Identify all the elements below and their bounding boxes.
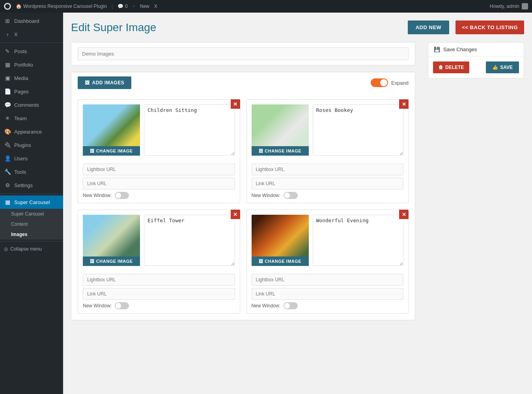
back-to-listing-button[interactable]: << BACK TO LISTING [455,20,524,34]
link-url-1[interactable] [83,178,235,190]
comments-link[interactable]: 💬 0 [118,4,128,9]
change-image-3-icon: 🖼 [90,259,95,264]
sidebar-label-users: Users [14,156,28,162]
super-carousel-icon: ▦ [4,199,11,206]
collapse-menu[interactable]: ◎ Collapse menu [0,243,63,255]
sidebar-item-pages[interactable]: 📄 Pages [0,85,63,98]
name-input[interactable] [78,47,409,60]
add-images-icon: 🖼 [85,80,90,85]
close-topbar[interactable]: X [154,4,157,9]
new-window-1-label: New Window: [83,193,112,198]
sidebar-item-posts[interactable]: ✎ Posts [0,45,63,58]
new-window-2-toggle[interactable] [284,192,298,199]
add-new-button[interactable]: ADD NEW [408,20,450,34]
sidebar: ⊞ Dashboard › X ✎ Posts ▦ Portfolio ▣ Me… [0,13,63,394]
link-url-3[interactable] [83,288,235,300]
new-window-4-toggle[interactable] [284,302,298,309]
new-menu[interactable]: New [140,4,149,9]
image-card-4-fields: New Window: [247,271,409,313]
change-image-2-icon: 🖼 [259,149,263,153]
lightbox-url-1[interactable] [83,164,235,175]
user-menu[interactable]: Howdy, admin [490,3,528,9]
arrow-icon: › [4,31,11,38]
plugins-icon: 🔌 [4,141,11,149]
sidebar-item-tools[interactable]: 🔧 Tools [0,165,63,178]
remove-image-2-button[interactable]: ✕ [399,99,409,109]
sidebar-sub-item-images[interactable]: Images [0,229,63,240]
new-window-2-label: New Window: [252,193,280,198]
sidebar-label-x: X [14,32,18,37]
remove-image-1-button[interactable]: ✕ [231,99,240,109]
sidebar-sub-item-content[interactable]: Content [0,219,63,229]
expand-label: Expand [391,80,409,86]
sidebar-sub-item-carousel[interactable]: Super Carousel [0,209,63,219]
save-panel: 💾 Save Changes 🗑 DELETE 👍 SAVE [422,42,524,78]
remove-image-3-button[interactable]: ✕ [231,210,240,219]
sidebar-label-tools: Tools [14,169,26,175]
sidebar-item-team[interactable]: ✳ Team [0,112,63,125]
sidebar-item-appearance[interactable]: 🎨 Appearance [0,125,63,138]
change-image-4-icon: 🖼 [259,259,263,264]
lightbox-url-4[interactable] [252,274,404,286]
svg-point-0 [4,3,11,9]
remove-image-4-button[interactable]: ✕ [399,210,409,219]
link-url-4[interactable] [252,288,404,300]
wp-logo[interactable] [4,3,11,10]
link-url-2[interactable] [252,178,404,190]
settings-icon: ⚙ [4,182,11,189]
dashboard-icon: ⊞ [4,17,11,24]
image-thumb-3-wrap: 🖼 CHANGE IMAGE [83,215,140,266]
sidebar-label-team: Team [14,115,27,121]
home-icon: 🏠 [16,4,22,9]
page-title: Edit Super Image [71,21,401,34]
sidebar-item-comments[interactable]: 💬 Comments [0,98,63,112]
sidebar-item-settings[interactable]: ⚙ Settings [0,178,63,192]
sidebar-item-portfolio[interactable]: ▦ Portfolio [0,58,63,71]
expand-toggle[interactable] [371,78,388,87]
sidebar-label-plugins: Plugins [14,142,31,148]
sidebar-label-dashboard: Dashboard [14,18,39,24]
sidebar-item-super-carousel[interactable]: ▦ Super Carousel [0,195,63,209]
image-thumb-4-wrap: 🖼 CHANGE IMAGE [252,215,309,266]
sidebar-item-plugins[interactable]: 🔌 Plugins [0,138,63,152]
image-thumb-1-wrap: 🖼 CHANGE IMAGE [83,104,140,156]
change-image-3-button[interactable]: 🖼 CHANGE IMAGE [83,256,140,266]
topbar: 🏠 Wordpress Responsive Carousel Plugin |… [0,0,532,13]
sidebar-item-x[interactable]: › X [0,28,63,41]
lightbox-url-3[interactable] [83,274,235,286]
image-card-2-fields: New Window: [247,160,409,203]
delete-button[interactable]: 🗑 DELETE [433,61,469,73]
change-image-4-button[interactable]: 🖼 CHANGE IMAGE [252,256,309,266]
add-images-button[interactable]: 🖼 ADD IMAGES [78,76,131,89]
page-header: Edit Super Image ADD NEW << BACK TO LIST… [71,20,524,34]
change-image-2-button[interactable]: 🖼 CHANGE IMAGE [252,146,309,156]
image-card-3: ✕ 🖼 CHANGE IMAGE E [78,210,240,314]
sidebar-item-dashboard[interactable]: ⊞ Dashboard [0,14,63,28]
change-image-1-button[interactable]: 🖼 CHANGE IMAGE [83,146,140,156]
comment-icon: 💬 [118,4,123,9]
image-title-3[interactable]: Eiffel Tower [144,215,235,266]
sidebar-item-users[interactable]: 👤 Users [0,152,63,165]
new-window-1-toggle[interactable] [115,192,129,199]
save-card-header: 💾 Save Changes [428,43,524,57]
pages-icon: 📄 [4,88,11,95]
sidebar-item-media[interactable]: ▣ Media [0,71,63,85]
media-icon: ▣ [4,74,11,82]
change-image-icon: 🖼 [90,149,95,153]
image-title-2[interactable]: Roses Bookey [313,104,404,156]
save-button[interactable]: 👍 SAVE [486,61,519,73]
toolbar: 🖼 ADD IMAGES Expand [71,72,415,93]
image-card-3-fields: New Window: [78,271,240,313]
expand-toggle-wrap: Expand [371,78,409,87]
images-card: 🖼 ADD IMAGES Expand [71,72,415,320]
sidebar-label-pages: Pages [14,89,29,95]
site-name[interactable]: 🏠 Wordpress Responsive Carousel Plugin [16,4,107,9]
save-card-body: 🗑 DELETE 👍 SAVE [428,57,524,78]
image-title-1[interactable]: Children Sitting [144,104,235,156]
image-title-4[interactable]: Wonderful Evening [313,215,404,266]
portfolio-icon: ▦ [4,61,11,68]
sidebar-label-comments: Comments [14,102,39,108]
new-window-3-toggle[interactable] [115,302,129,309]
posts-icon: ✎ [4,48,11,55]
lightbox-url-2[interactable] [252,164,404,175]
